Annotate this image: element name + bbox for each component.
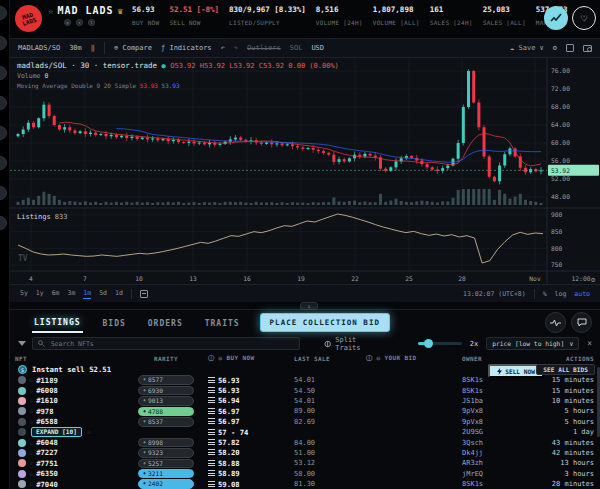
- watchlist-heart-button[interactable]: ♡: [572, 6, 596, 30]
- range-5y[interactable]: 5y: [20, 289, 28, 299]
- card-size-slider[interactable]: [418, 342, 462, 345]
- star-icon[interactable]: ☆: [29, 439, 33, 447]
- table-row[interactable]: ☆#7751♦525758.8853.12AR3zh13 hours: [10, 458, 600, 468]
- nft-id[interactable]: #6008: [36, 386, 58, 395]
- range-1m[interactable]: 1m: [83, 289, 91, 299]
- search-box[interactable]: [32, 337, 300, 350]
- nft-id[interactable]: #978: [36, 407, 53, 416]
- owner-address[interactable]: 3Qsch: [452, 439, 530, 447]
- sidebar-collection-avatar[interactable]: [0, 66, 7, 80]
- star-icon[interactable]: ☆: [29, 470, 33, 478]
- split-traits-toggle[interactable]: Split Traits: [324, 336, 382, 352]
- star-icon[interactable]: ☆: [29, 418, 33, 426]
- clock[interactable]: 13:02:07 (UTC+8): [463, 290, 526, 298]
- sidebar-collection-avatar[interactable]: [0, 36, 7, 50]
- collections-sidebar[interactable]: [0, 0, 10, 489]
- favorite-star-icon[interactable]: ☆: [48, 6, 53, 16]
- go-to-date-icon[interactable]: [140, 290, 148, 298]
- star-icon[interactable]: ☆: [29, 376, 33, 384]
- indicators-button[interactable]: ƒ Indicators: [161, 44, 212, 52]
- usd-currency-toggle[interactable]: USD: [311, 44, 324, 52]
- nft-id[interactable]: #1189: [36, 376, 58, 385]
- price-chart-toggle-button[interactable]: [544, 6, 568, 30]
- resize-handle[interactable]: ⇕: [300, 302, 318, 310]
- price-chart[interactable]: 76.0072.0068.0064.0060.0056.0052.0048.00…: [10, 58, 600, 285]
- slider-thumb[interactable]: [424, 339, 433, 348]
- header-last-sale[interactable]: LAST SALE: [286, 355, 364, 362]
- nft-id[interactable]: #7227: [36, 448, 58, 457]
- sidebar-collection-avatar[interactable]: [0, 6, 7, 20]
- activity-button[interactable]: [545, 312, 566, 333]
- discord-icon[interactable]: ✦: [76, 19, 83, 26]
- header-nft[interactable]: NFT: [10, 355, 138, 362]
- buy-now-price[interactable]: 59.08: [218, 480, 240, 489]
- sol-currency-toggle[interactable]: SOL: [290, 44, 303, 52]
- range-1y[interactable]: 1y: [36, 289, 44, 299]
- filter-funnel-icon[interactable]: [18, 341, 26, 346]
- nft-id[interactable]: #6048: [36, 438, 58, 447]
- star-icon[interactable]: ☆: [29, 459, 33, 467]
- buy-now-price[interactable]: 58.89: [218, 469, 240, 478]
- buy-now-price[interactable]: 56.93: [218, 376, 240, 385]
- website-icon[interactable]: ◎: [64, 19, 71, 26]
- header-rarity[interactable]: RARITY: [138, 355, 194, 362]
- nft-id[interactable]: #7040: [36, 480, 58, 489]
- log-scale-toggle[interactable]: log: [555, 290, 567, 298]
- buy-now-price[interactable]: 57 - 74: [218, 428, 248, 437]
- header-your-bid[interactable]: ⓘ ◎ YOUR BID: [364, 354, 452, 363]
- buy-now-price[interactable]: 58.88: [218, 459, 240, 468]
- sidebar-collection-avatar[interactable]: [0, 186, 7, 200]
- symbol-label[interactable]: MADLADS/SO: [18, 44, 60, 52]
- interval-select[interactable]: 30m: [69, 44, 82, 52]
- nft-id[interactable]: #7751: [36, 459, 58, 468]
- owner-address[interactable]: 2U9SG: [452, 428, 530, 436]
- buy-now-price[interactable]: 56.94: [218, 396, 240, 405]
- percent-scale-toggle[interactable]: %: [543, 290, 547, 298]
- header-buy-now[interactable]: ⓘ ◎ BUY NOW: [194, 354, 286, 363]
- buy-now-price[interactable]: 58.20: [218, 448, 240, 457]
- auto-scale-toggle[interactable]: auto: [574, 290, 590, 298]
- fullscreen-icon[interactable]: [566, 44, 574, 52]
- table-row[interactable]: ☆#7040♦240259.0881.308SK1s28 minutes: [10, 479, 600, 489]
- star-icon[interactable]: ☆: [29, 407, 33, 415]
- header-owner[interactable]: OWNER: [452, 355, 530, 362]
- tab-traits[interactable]: TRAITS: [203, 313, 242, 332]
- see-all-bids-button[interactable]: SEE ALL BIDS: [536, 364, 595, 375]
- star-icon[interactable]: ☆: [29, 397, 33, 405]
- compare-button[interactable]: ⊕ Compare: [114, 44, 152, 52]
- star-icon[interactable]: ☆: [29, 449, 33, 457]
- expand-badge[interactable]: EXPAND [10]: [31, 427, 82, 437]
- owner-address[interactable]: 9pVx8: [452, 407, 530, 415]
- chart-canvas[interactable]: 76.0072.0068.0064.0060.0056.0052.0048.00…: [10, 58, 600, 285]
- collection-logo[interactable]: MAD LADS: [15, 5, 42, 32]
- sidebar-collection-avatar[interactable]: [0, 96, 7, 110]
- undo-icon[interactable]: ↶: [221, 44, 225, 52]
- nft-id[interactable]: #6588: [36, 417, 58, 426]
- table-row[interactable]: ☆#1610♦901356.9454.01JS1ba10 minutes: [10, 396, 600, 406]
- owner-address[interactable]: JS1ba: [452, 397, 530, 405]
- owner-address[interactable]: 9pVx8: [452, 418, 530, 426]
- buy-now-price[interactable]: 56.97: [218, 417, 240, 426]
- table-row[interactable]: ☆#7227♦932358.2051.00Dk4jj42 minutes: [10, 448, 600, 458]
- sidebar-collection-avatar[interactable]: [0, 156, 7, 170]
- tab-orders[interactable]: ORDERS: [146, 313, 185, 332]
- range-5d[interactable]: 5d: [99, 289, 107, 299]
- axis-settings-gear-icon[interactable]: ⚙: [591, 276, 596, 284]
- expand-row[interactable]: EXPAND [10]☆57 - 742U9SG1 day: [10, 427, 600, 437]
- owner-address[interactable]: 8SK1s: [452, 387, 530, 395]
- tab-listings[interactable]: LISTINGS: [32, 312, 83, 333]
- star-icon[interactable]: ☆: [29, 387, 33, 395]
- close-icon[interactable]: ×: [587, 339, 592, 348]
- search-input[interactable]: [49, 339, 294, 349]
- table-row[interactable]: ☆#6588♦853756.9782.699pVx85 hours: [10, 417, 600, 427]
- table-row[interactable]: ☆#6048♦899857.8284.003Qsch43 minutes: [10, 437, 600, 447]
- candles-style-icon[interactable]: ‖: [91, 44, 95, 52]
- range-3m[interactable]: 3m: [67, 289, 75, 299]
- buy-now-price[interactable]: 56.97: [218, 407, 240, 416]
- owner-address[interactable]: Dk4jj: [452, 449, 530, 457]
- owner-address[interactable]: AR3zh: [452, 459, 530, 467]
- owner-address[interactable]: jMrEQ: [452, 470, 530, 478]
- screenshot-icon[interactable]: [583, 45, 592, 52]
- star-icon[interactable]: ☆: [87, 428, 91, 436]
- owner-address[interactable]: 8SK1s: [452, 480, 530, 488]
